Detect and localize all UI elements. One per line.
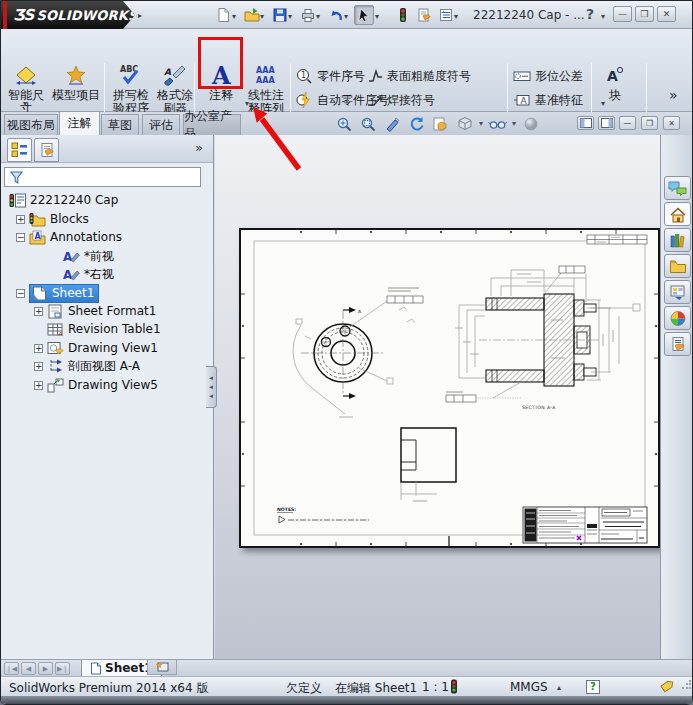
balloon-button[interactable]: 1 零件序号 [295,65,365,87]
property-manager-tab[interactable] [34,138,59,162]
first-sheet-button[interactable]: ❘◀ [4,662,19,675]
tree-item-right-view[interactable]: A *右视 [63,265,114,283]
save-button[interactable] [270,5,290,25]
front-view[interactable]: A [293,288,423,417]
previous-sheet-button[interactable]: ◀ [21,662,36,675]
block-flyout-icon[interactable]: ▾ [601,99,605,108]
datum-feature-button[interactable]: A 基准特征 [513,89,583,111]
hide-show-dropdown-icon[interactable]: ▾ [512,119,516,128]
doc-minimize-button[interactable]: — [619,116,636,130]
minimize-button[interactable]: — [613,6,632,22]
smart-dimension-flyout-icon[interactable]: ▾ [23,99,27,108]
add-sheet-button[interactable] [147,660,177,675]
tree-item-sheet1[interactable]: − Sheet1 [16,284,99,302]
expand-icon[interactable]: + [34,344,43,353]
design-library-button[interactable] [664,228,691,252]
solidworks-forum-button[interactable] [664,176,691,200]
units-selector[interactable]: MMGS [510,680,548,694]
tree-item-section-view-aa[interactable]: + 剖面视图 A-A [34,357,140,375]
feature-manager-tab[interactable] [7,138,32,162]
tree-item-drawing-view1[interactable]: + Drawing View1 [34,339,158,357]
tab-sketch[interactable]: 草图 [101,114,139,135]
format-painter-button[interactable]: A 格式涂刷器 [154,61,196,115]
tree-item-blocks[interactable]: + Blocks [16,210,89,228]
appearances-button[interactable] [521,115,540,132]
bottom-view[interactable] [401,428,456,501]
quick-tips-help-button[interactable]: ? [586,680,600,694]
graphics-area[interactable]: A [215,135,660,659]
tab-view-layout[interactable]: 视图布局 [4,114,58,135]
revision-table[interactable] [587,235,647,244]
tree-item-annotations[interactable]: − A Annotations [16,228,122,246]
expand-icon[interactable]: + [34,307,43,316]
select-dropdown-icon[interactable]: ▾ [375,12,379,21]
tree-item-sheet-format1[interactable]: + Sheet Format1 [34,302,156,320]
tab-evaluate[interactable]: 评估 [142,114,180,135]
undo-dropdown-icon[interactable]: ▾ [344,12,348,21]
save-dropdown-icon[interactable]: ▾ [288,12,292,21]
last-sheet-button[interactable]: ▶❘ [55,662,70,675]
panel-collapse-handle[interactable]: ◂◂◂ [206,366,217,408]
hide-show-items-button[interactable] [488,115,507,132]
zoom-to-fit-button[interactable] [335,115,354,132]
open-dropdown-icon[interactable]: ▾ [260,12,264,21]
restore-button[interactable]: ❐ [635,6,654,22]
3d-drawing-view-button[interactable] [431,115,450,132]
tree-item-drawing-view5[interactable]: + Drawing View5 [34,376,158,394]
solidworks-resources-button[interactable] [664,202,691,226]
select-button[interactable] [354,5,374,25]
block-button[interactable]: A 块 [597,61,633,102]
units-caret-icon[interactable]: ▴ [557,683,561,692]
tree-item-revision-table1[interactable]: + A Revision Table1 [34,320,161,338]
ribbon-overflow-chevron[interactable]: » [669,87,678,103]
spell-checker-button[interactable]: ABC 拼写检验程序 [108,61,154,115]
print-button[interactable] [298,5,318,25]
pane-split-left-button[interactable] [577,116,594,130]
tree-item-root[interactable]: 22212240 Cap [9,191,118,209]
title-block[interactable] [523,507,647,543]
tree-filter-input[interactable] [4,167,201,187]
collapse-icon[interactable]: − [16,289,25,298]
tab-annotation[interactable]: 注解 [59,111,100,135]
file-explorer-button[interactable] [664,254,691,278]
logo-expand-chevron-icon[interactable]: ▸ [138,11,142,20]
geometric-tolerance-button[interactable]: 形位公差 [513,65,583,87]
zoom-to-area-button[interactable] [359,115,378,132]
collapse-icon[interactable]: − [16,233,25,242]
section-view[interactable]: SECTION A-A [446,266,640,410]
expand-icon[interactable]: + [16,215,25,224]
file-properties-button[interactable] [414,5,434,25]
print-dropdown-icon[interactable]: ▾ [316,12,320,21]
undo-button[interactable] [326,5,346,25]
pane-split-right-button[interactable] [598,116,615,130]
display-style-dropdown-icon[interactable]: ▾ [479,119,483,128]
display-style-button[interactable] [455,115,474,132]
next-sheet-button[interactable]: ▶ [38,662,53,675]
close-button[interactable]: ✕ [657,6,676,22]
expand-icon[interactable]: + [34,381,43,390]
help-dropdown-icon[interactable]: ▾ [601,12,605,21]
surface-finish-button[interactable]: 表面粗糙度符号 [367,65,471,87]
drawing-sheet[interactable]: A [239,228,660,548]
new-document-dropdown-icon[interactable]: ▾ [232,12,236,21]
previous-view-button[interactable] [383,115,402,132]
rebuild-button[interactable] [393,5,413,25]
options-button[interactable] [436,5,456,25]
options-dropdown-icon[interactable]: ▾ [454,12,458,21]
tags-icon[interactable] [659,679,674,697]
open-button[interactable] [242,5,262,25]
panel-overflow-chevron[interactable]: » [195,140,203,155]
resize-grip[interactable] [681,680,691,690]
custom-properties-button[interactable] [664,332,691,356]
help-button[interactable]: ? [586,6,594,22]
redraw-button[interactable] [407,115,426,132]
new-document-button[interactable] [214,5,234,25]
weld-symbol-button[interactable]: 焊接符号 [367,89,435,111]
tree-item-front-view[interactable]: A *前视 [63,247,114,265]
view-palette-button[interactable] [664,280,691,304]
expand-icon[interactable]: + [34,362,43,371]
doc-close-button[interactable]: ✕ [663,116,680,130]
appearances-scenes-button[interactable] [664,306,691,330]
model-items-button[interactable]: 模型项目 [51,61,101,102]
doc-restore-button[interactable]: ❐ [641,116,658,130]
